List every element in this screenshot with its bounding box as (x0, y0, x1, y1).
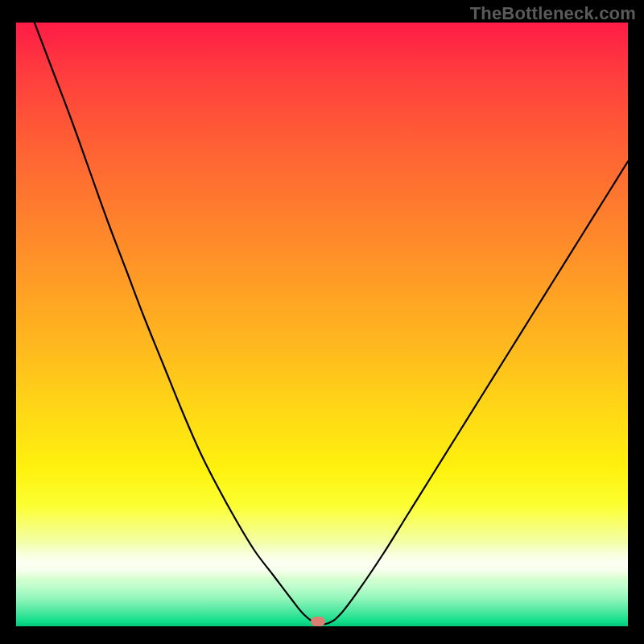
curve-path (16, 23, 628, 625)
watermark-text: TheBottleneck.com (470, 3, 636, 24)
optimal-point-marker (311, 617, 325, 626)
plot-area (16, 23, 628, 626)
chart-frame: TheBottleneck.com (0, 0, 644, 644)
bottleneck-curve (16, 23, 628, 626)
